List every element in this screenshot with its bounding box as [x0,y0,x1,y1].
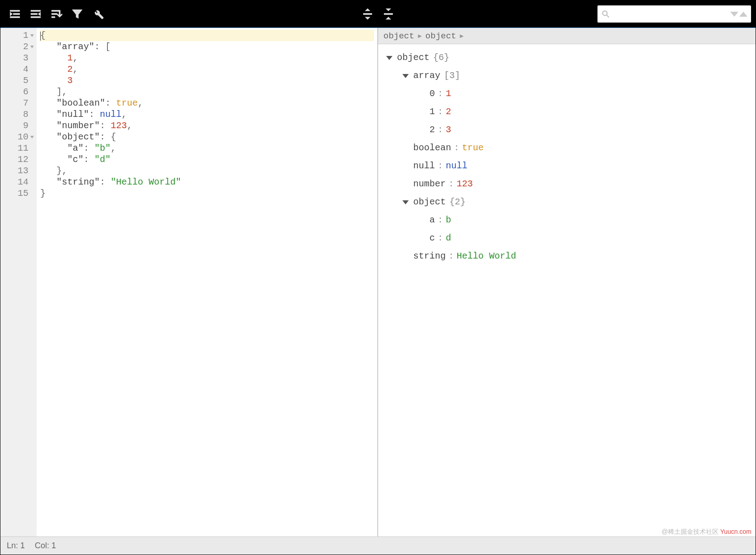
editor-pane: 123456789101112131415 { "array": [ 1, 2,… [0,28,378,536]
code-line[interactable]: "string": "Hello World" [40,176,374,188]
tree-key: string [413,247,446,265]
collapse-all-button[interactable] [378,4,398,24]
tools-button[interactable] [88,4,108,24]
tree-row[interactable]: object{2} [382,193,752,211]
tree-row[interactable]: boolean:true [382,139,752,157]
search-prev-button[interactable] [739,12,747,17]
tree-view[interactable]: object{6}array[3]0:11:22:3boolean:truenu… [378,44,756,536]
fold-toggle-icon[interactable] [30,34,34,37]
code-editor[interactable]: 123456789101112131415 { "array": [ 1, 2,… [0,28,378,536]
code-line[interactable]: "c": "d" [40,154,374,165]
tree-key: 1 [429,103,435,121]
breadcrumb-separator-icon: ▶ [460,32,463,40]
indent-right-icon [9,8,21,20]
fold-toggle-icon[interactable] [30,136,34,139]
watermark-gray: @稀土掘金技术社区 [662,528,719,535]
tree-row[interactable]: string:Hello World [382,247,752,265]
gutter-line: 15 [7,188,34,199]
tree-pane: object▶object▶ object{6}array[3]0:11:22:… [378,28,756,536]
breadcrumb: object▶object▶ [378,28,756,44]
expand-vertical-icon [361,8,374,20]
gutter-line: 10 [7,131,34,143]
tree-row[interactable]: array[3] [382,67,752,85]
wrench-icon [92,8,104,20]
breadcrumb-item[interactable]: object [425,31,456,41]
fold-toggle-icon[interactable] [30,46,34,48]
gutter-line: 4 [7,64,34,75]
svg-line-1 [607,15,609,18]
tree-separator: : [438,211,443,229]
tree-separator: : [448,175,454,193]
tree-key: object [413,193,446,211]
tree-row[interactable]: a :b [382,211,752,229]
code-line[interactable]: "object": { [40,131,374,143]
tree-key: number [413,175,446,193]
expand-all-button[interactable] [358,4,378,24]
tree-separator: : [438,85,443,103]
disclosure-triangle-icon[interactable] [386,56,392,60]
col-value: 1 [51,541,56,550]
tree-row[interactable]: number:123 [382,175,752,193]
gutter: 123456789101112131415 [0,28,37,536]
watermark: @稀土掘金技术社区 Yuucn.com [662,528,751,536]
indent-right-button[interactable] [5,4,25,24]
gutter-line: 9 [7,120,34,131]
code-line[interactable]: "boolean": true, [40,97,374,109]
toolbar-left-group [5,4,108,24]
tree-separator: : [438,121,443,139]
code-line[interactable]: 2, [40,64,374,75]
tree-value: b [446,211,451,229]
gutter-line: 7 [7,97,34,109]
code-line[interactable]: "null": null, [40,109,374,120]
code-line[interactable]: 1, [40,52,374,64]
gutter-line: 2 [7,41,34,52]
tree-separator: : [438,157,443,175]
tree-row[interactable]: 0:1 [382,85,752,103]
indent-left-button[interactable] [26,4,46,24]
gutter-line: 3 [7,52,34,64]
tree-key: object [397,49,429,67]
tree-row[interactable]: c :d [382,229,752,247]
code-area[interactable]: { "array": [ 1, 2, 3 ], "boolean": true,… [37,28,378,536]
code-line[interactable]: "number": 123, [40,120,374,131]
tree-separator: : [454,139,459,157]
search-input[interactable] [610,10,730,18]
gutter-line: 5 [7,75,34,86]
toolbar-center-group [358,4,398,24]
code-line[interactable]: { [40,30,374,41]
gutter-line: 1 [7,30,34,41]
breadcrumb-item[interactable]: object [383,31,414,41]
code-line[interactable]: }, [40,165,374,176]
tree-row[interactable]: 2:3 [382,121,752,139]
code-line[interactable]: } [40,188,374,199]
ln-label: Ln: [7,541,18,550]
disclosure-triangle-icon[interactable] [402,74,409,78]
status-col: Col: 1 [35,541,56,550]
code-line[interactable]: 3 [40,75,374,86]
gutter-line: 8 [7,109,34,120]
search-icon [601,9,610,18]
tree-key: array [413,67,440,85]
sort-button[interactable] [47,4,66,24]
tree-row[interactable]: 1:2 [382,103,752,121]
tree-meta: {2} [449,193,466,211]
tree-separator: : [448,247,454,265]
gutter-line: 14 [7,176,34,188]
filter-button[interactable] [67,4,87,24]
search-box [597,5,751,23]
col-label: Col: [35,541,49,550]
code-line[interactable]: "a": "b", [40,143,374,154]
disclosure-triangle-icon[interactable] [402,200,409,204]
code-line[interactable]: ], [40,86,374,97]
gutter-line: 13 [7,165,34,176]
toolbar-right-group [597,5,751,23]
tree-separator: : [438,103,443,121]
search-next-button[interactable] [730,12,738,17]
tree-value: 123 [457,175,473,193]
tree-row[interactable]: null:null [382,157,752,175]
tree-meta: [3] [444,67,460,85]
status-bar: Ln: 1 Col: 1 [0,536,756,555]
code-line[interactable]: "array": [ [40,41,374,52]
watermark-red: Yuucn.com [720,528,751,535]
tree-row[interactable]: object{6} [382,49,752,67]
